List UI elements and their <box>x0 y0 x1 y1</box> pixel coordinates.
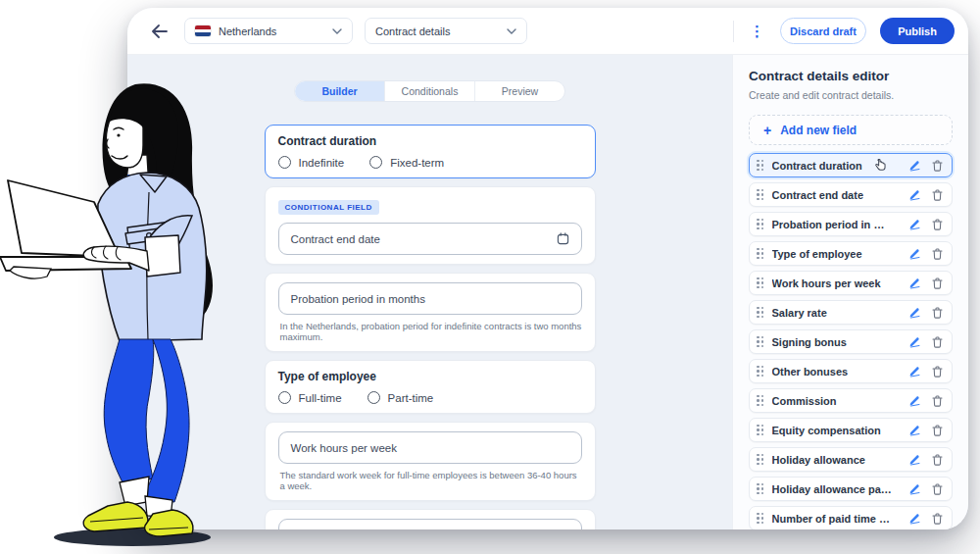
tab-conditionals[interactable]: Conditionals <box>385 81 475 101</box>
field-row[interactable]: Holiday allowance payment fre... <box>749 477 953 501</box>
salary-rate-select[interactable]: Salary rate <box>278 519 582 529</box>
chevron-down-icon <box>332 28 342 34</box>
salary-rate-card[interactable]: Salary rate <box>265 509 596 529</box>
pencil-icon <box>908 189 920 201</box>
edit-field-button[interactable] <box>908 395 920 407</box>
field-row[interactable]: Equity compensation <box>749 418 953 442</box>
country-select[interactable]: Netherlands <box>184 18 353 44</box>
radio-part-time[interactable]: Part-time <box>368 391 434 404</box>
drag-handle-icon[interactable] <box>757 307 764 319</box>
drag-handle-icon[interactable] <box>757 366 764 378</box>
delete-field-button[interactable] <box>931 483 943 495</box>
field-row[interactable]: Number of paid time off days <box>749 506 953 529</box>
radio-fixed-term[interactable]: Fixed-term <box>369 156 444 169</box>
trash-icon <box>932 395 943 407</box>
add-new-field-button[interactable]: + Add new field <box>749 115 953 145</box>
drag-handle-icon[interactable] <box>757 454 764 466</box>
drag-handle-icon[interactable] <box>757 425 764 436</box>
delete-field-button[interactable] <box>931 395 943 407</box>
edit-field-button[interactable] <box>908 189 920 201</box>
delete-field-button[interactable] <box>931 307 943 319</box>
tab-builder[interactable]: Builder <box>295 81 385 101</box>
work-hours-input[interactable]: Work hours per week <box>278 431 582 464</box>
probation-input[interactable]: Probation period in months <box>278 282 582 315</box>
edit-field-button[interactable] <box>908 248 920 260</box>
form-column: Contract duration Indefinite Fixed-term <box>265 125 596 529</box>
delete-field-button[interactable] <box>931 160 943 172</box>
drag-handle-icon[interactable] <box>757 248 764 260</box>
drag-handle-icon[interactable] <box>757 483 764 495</box>
edit-field-button[interactable] <box>908 277 920 289</box>
trash-icon <box>932 336 943 348</box>
row-icons <box>908 219 943 230</box>
field-row[interactable]: Other bonuses <box>749 359 953 383</box>
publish-button[interactable]: Publish <box>880 18 955 44</box>
panel-title: Contract details editor <box>749 69 953 83</box>
trash-icon <box>932 483 943 495</box>
edit-field-button[interactable] <box>908 219 920 230</box>
tab-preview[interactable]: Preview <box>475 81 564 101</box>
page: Netherlands Contract details ⋮ Discard d… <box>0 0 980 554</box>
radio-full-time-label: Full-time <box>299 392 342 404</box>
back-button[interactable] <box>145 18 172 45</box>
field-row-label: Holiday allowance payment fre... <box>772 483 894 495</box>
employee-type-card[interactable]: Type of employee Full-time Part-time <box>265 360 596 414</box>
row-icons <box>908 366 943 378</box>
delete-field-button[interactable] <box>931 219 943 230</box>
field-row-label: Signing bonus <box>772 336 847 348</box>
drag-handle-icon[interactable] <box>757 189 764 201</box>
delete-field-button[interactable] <box>931 425 943 436</box>
edit-field-button[interactable] <box>908 425 920 436</box>
calendar-icon <box>557 232 569 245</box>
drag-handle-icon[interactable] <box>757 277 764 289</box>
drag-handle-icon[interactable] <box>757 395 764 407</box>
delete-field-button[interactable] <box>931 248 943 260</box>
pencil-icon <box>908 336 920 348</box>
drag-handle-icon[interactable] <box>757 336 764 348</box>
probation-card[interactable]: Probation period in months In the Nether… <box>265 273 596 352</box>
topbar: Netherlands Contract details ⋮ Discard d… <box>127 8 968 55</box>
radio-indefinite[interactable]: Indefinite <box>278 156 345 169</box>
edit-field-button[interactable] <box>908 336 920 348</box>
field-row[interactable]: Salary rate <box>749 300 953 325</box>
edit-field-button[interactable] <box>908 307 920 319</box>
drag-handle-icon[interactable] <box>757 160 764 172</box>
template-select[interactable]: Contract details <box>365 18 527 44</box>
delete-field-button[interactable] <box>931 189 943 201</box>
edit-field-button[interactable] <box>908 454 920 466</box>
field-row[interactable]: Contract duration <box>749 153 953 177</box>
field-row-label: Contract end date <box>772 189 864 201</box>
contract-end-date-card[interactable]: CONDITIONAL FIELD Contract end date <box>265 186 596 265</box>
kebab-menu-icon[interactable]: ⋮ <box>748 20 766 42</box>
field-row[interactable]: Holiday allowance <box>749 447 953 472</box>
edit-field-button[interactable] <box>908 513 920 525</box>
contract-duration-card[interactable]: Contract duration Indefinite Fixed-term <box>265 125 596 178</box>
drag-handle-icon[interactable] <box>757 219 764 230</box>
delete-field-button[interactable] <box>931 366 943 378</box>
delete-field-button[interactable] <box>931 336 943 348</box>
field-row[interactable]: Work hours per week <box>749 271 953 295</box>
field-row[interactable]: Probation period in months <box>749 212 953 236</box>
contract-end-date-input[interactable]: Contract end date <box>278 223 582 255</box>
field-row[interactable]: Commission <box>749 388 953 413</box>
trash-icon <box>932 248 943 260</box>
edit-field-button[interactable] <box>908 366 920 378</box>
discard-draft-button[interactable]: Discard draft <box>780 18 866 44</box>
pencil-icon <box>908 425 920 436</box>
radio-full-time[interactable]: Full-time <box>278 391 342 404</box>
delete-field-button[interactable] <box>931 277 943 289</box>
field-row[interactable]: Contract end date <box>749 182 953 207</box>
field-row[interactable]: Signing bonus <box>749 329 953 354</box>
delete-field-button[interactable] <box>931 513 943 525</box>
edit-field-button[interactable] <box>908 160 920 172</box>
delete-field-button[interactable] <box>931 454 943 466</box>
field-row[interactable]: Type of employee <box>749 241 953 266</box>
pencil-icon <box>908 307 920 319</box>
field-row-label: Probation period in months <box>772 219 894 230</box>
work-hours-card[interactable]: Work hours per week The standard work we… <box>265 422 596 501</box>
employee-type-options: Full-time Part-time <box>278 391 582 404</box>
drag-handle-icon[interactable] <box>757 513 764 525</box>
edit-field-button[interactable] <box>908 483 920 495</box>
pencil-icon <box>908 366 920 378</box>
probation-helper: In the Netherlands, probation period for… <box>278 321 582 342</box>
